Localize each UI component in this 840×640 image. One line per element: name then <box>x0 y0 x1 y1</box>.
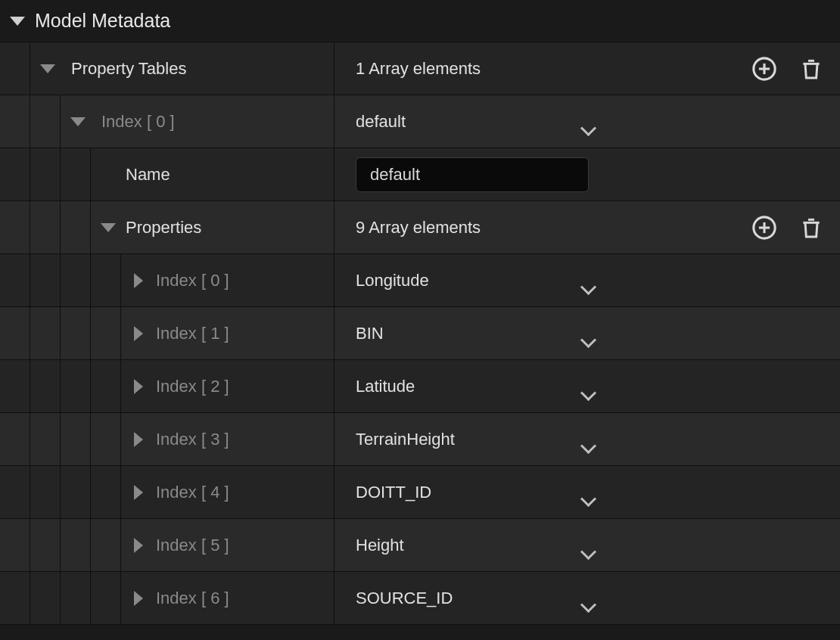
name-input[interactable] <box>356 157 589 192</box>
index-0-row: Index [ 0 ] default <box>0 95 840 148</box>
expand-icon[interactable] <box>70 117 86 126</box>
index-0-dropdown[interactable]: default <box>356 112 583 132</box>
array-summary: 9 Array elements <box>356 218 481 238</box>
expand-icon[interactable] <box>134 273 143 288</box>
index-label: Index [ 0 ] <box>95 112 175 132</box>
expand-icon[interactable] <box>134 379 143 394</box>
expand-icon[interactable] <box>40 64 55 73</box>
property-index-label: Index [ 2 ] <box>156 377 229 396</box>
property-value-dropdown[interactable]: DOITT_ID <box>356 483 583 502</box>
dropdown-value: BIN <box>356 324 384 343</box>
name-label: Name <box>126 165 170 185</box>
property-tables-row: Property Tables 1 Array elements <box>0 42 840 95</box>
property-index-label: Index [ 3 ] <box>156 430 229 449</box>
property-value-dropdown[interactable]: Height <box>356 536 583 555</box>
expand-icon[interactable] <box>134 326 143 341</box>
section-header: Model Metadata <box>0 0 840 42</box>
array-summary: 1 Array elements <box>356 59 481 79</box>
dropdown-value: default <box>356 112 406 132</box>
expand-icon[interactable] <box>134 432 143 447</box>
property-index-label: Index [ 6 ] <box>156 589 229 608</box>
property-item-row: Index [ 4 ] DOITT_ID <box>0 466 840 519</box>
properties-label: Properties <box>126 218 201 238</box>
dropdown-value: Height <box>356 536 404 555</box>
dropdown-value: Latitude <box>356 377 415 396</box>
property-item-row: Index [ 3 ] TerrainHeight <box>0 413 840 466</box>
property-item-row: Index [ 5 ] Height <box>0 519 840 572</box>
dropdown-value: TerrainHeight <box>356 430 455 449</box>
property-value-dropdown[interactable]: BIN <box>356 324 583 343</box>
delete-button[interactable] <box>798 55 825 82</box>
property-item-row: Index [ 0 ] Longitude <box>0 254 840 307</box>
expand-icon[interactable] <box>134 538 143 553</box>
property-item-row: Index [ 2 ] Latitude <box>0 360 840 413</box>
add-element-button[interactable] <box>751 55 778 82</box>
property-tables-label: Property Tables <box>65 59 186 79</box>
section-title: Model Metadata <box>35 10 170 32</box>
delete-button[interactable] <box>798 214 825 241</box>
dropdown-value: Longitude <box>356 271 429 290</box>
dropdown-value: DOITT_ID <box>356 483 431 502</box>
property-item-row: Index [ 6 ] SOURCE_ID <box>0 572 840 625</box>
add-element-button[interactable] <box>751 214 778 241</box>
property-index-label: Index [ 1 ] <box>156 324 229 343</box>
expand-icon[interactable] <box>134 591 143 606</box>
expand-icon[interactable] <box>134 485 143 500</box>
property-item-row: Index [ 1 ] BIN <box>0 307 840 360</box>
property-index-label: Index [ 0 ] <box>156 271 229 290</box>
property-value-dropdown[interactable]: TerrainHeight <box>356 430 583 449</box>
property-index-label: Index [ 4 ] <box>156 483 229 502</box>
name-row: Name <box>0 148 840 201</box>
properties-row: Properties 9 Array elements <box>0 201 840 254</box>
property-index-label: Index [ 5 ] <box>156 536 229 555</box>
property-value-dropdown[interactable]: Longitude <box>356 271 583 290</box>
expand-icon[interactable] <box>10 17 25 26</box>
property-value-dropdown[interactable]: Latitude <box>356 377 583 396</box>
expand-icon[interactable] <box>101 223 116 232</box>
dropdown-value: SOURCE_ID <box>356 589 453 608</box>
property-value-dropdown[interactable]: SOURCE_ID <box>356 589 583 608</box>
